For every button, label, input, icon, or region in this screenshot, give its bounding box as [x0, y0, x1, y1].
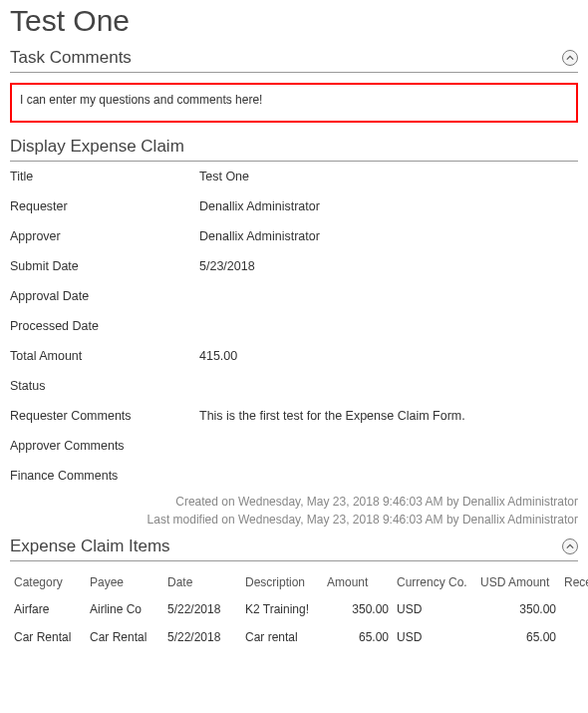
value-status [199, 379, 578, 393]
cell-date: 5/22/2018 [163, 623, 241, 651]
col-currency: Currency Co. [393, 569, 476, 595]
label-finance-comments: Finance Comments [10, 469, 199, 483]
cell-description: Car rental [241, 623, 323, 651]
cell-usd-amount: 350.00 [476, 595, 560, 623]
col-date: Date [163, 569, 241, 595]
value-requester-comments: This is the first test for the Expense C… [199, 409, 578, 423]
label-approver: Approver [10, 229, 199, 243]
col-payee: Payee [86, 569, 163, 595]
value-approval-date [199, 289, 578, 303]
field-approver-comments: Approver Comments [10, 431, 578, 461]
value-submit-date: 5/23/2018 [199, 259, 578, 273]
cell-amount: 65.00 [323, 623, 393, 651]
chevron-up-icon [566, 54, 574, 62]
field-status: Status [10, 371, 578, 401]
items-header: Expense Claim Items [10, 535, 578, 561]
field-requester-comments: Requester Comments This is the first tes… [10, 401, 578, 431]
field-requester: Requester Denallix Administrator [10, 191, 578, 221]
audit-info: Created on Wednesday, May 23, 2018 9:46:… [10, 493, 578, 529]
label-processed-date: Processed Date [10, 319, 199, 333]
label-title: Title [10, 170, 199, 183]
col-description: Description [241, 569, 323, 595]
cell-receipt [560, 595, 588, 623]
table-row[interactable]: Airfare Airline Co 5/22/2018 K2 Training… [10, 595, 588, 623]
task-comments-input[interactable]: I can enter my questions and comments he… [10, 83, 578, 123]
label-submit-date: Submit Date [10, 259, 199, 273]
label-approval-date: Approval Date [10, 289, 199, 303]
task-comments-title: Task Comments [10, 48, 132, 68]
cell-payee: Car Rental [86, 623, 163, 651]
chevron-up-icon [566, 542, 574, 550]
cell-category: Car Rental [10, 623, 86, 651]
value-approver: Denallix Administrator [199, 229, 578, 243]
field-approval-date: Approval Date [10, 281, 578, 311]
value-total-amount: 415.00 [199, 349, 578, 363]
label-approver-comments: Approver Comments [10, 439, 199, 453]
audit-modified: Last modified on Wednesday, May 23, 2018… [10, 511, 578, 529]
items-title: Expense Claim Items [10, 536, 170, 556]
cell-currency: USD [393, 623, 476, 651]
value-title: Test One [199, 170, 578, 183]
field-submit-date: Submit Date 5/23/2018 [10, 251, 578, 281]
label-status: Status [10, 379, 199, 393]
value-approver-comments [199, 439, 578, 453]
field-total-amount: Total Amount 415.00 [10, 341, 578, 371]
audit-created: Created on Wednesday, May 23, 2018 9:46:… [10, 493, 578, 511]
label-total-amount: Total Amount [10, 349, 199, 363]
cell-description: K2 Training! [241, 595, 323, 623]
field-finance-comments: Finance Comments [10, 461, 578, 491]
col-category: Category [10, 569, 86, 595]
label-requester-comments: Requester Comments [10, 409, 199, 423]
col-receipt: Receipt [560, 569, 588, 595]
field-title: Title Test One [10, 162, 578, 191]
col-usd-amount: USD Amount [476, 569, 560, 595]
cell-category: Airfare [10, 595, 86, 623]
cell-usd-amount: 65.00 [476, 623, 560, 651]
page-title: Test One [10, 4, 578, 38]
display-claim-header: Display Expense Claim [10, 135, 578, 162]
col-amount: Amount [323, 569, 393, 595]
field-processed-date: Processed Date [10, 311, 578, 341]
collapse-task-comments-button[interactable] [562, 50, 578, 66]
cell-payee: Airline Co [86, 595, 163, 623]
field-approver: Approver Denallix Administrator [10, 221, 578, 251]
cell-currency: USD [393, 595, 476, 623]
cell-date: 5/22/2018 [163, 595, 241, 623]
items-table: Category Payee Date Description Amount C… [10, 569, 588, 651]
value-finance-comments [199, 469, 578, 483]
cell-receipt [560, 623, 588, 651]
items-header-row: Category Payee Date Description Amount C… [10, 569, 588, 595]
task-comments-header: Task Comments [10, 46, 578, 73]
label-requester: Requester [10, 199, 199, 213]
value-requester: Denallix Administrator [199, 199, 578, 213]
collapse-items-button[interactable] [562, 538, 578, 554]
cell-amount: 350.00 [323, 595, 393, 623]
table-row[interactable]: Car Rental Car Rental 5/22/2018 Car rent… [10, 623, 588, 651]
display-claim-title: Display Expense Claim [10, 137, 184, 157]
value-processed-date [199, 319, 578, 333]
